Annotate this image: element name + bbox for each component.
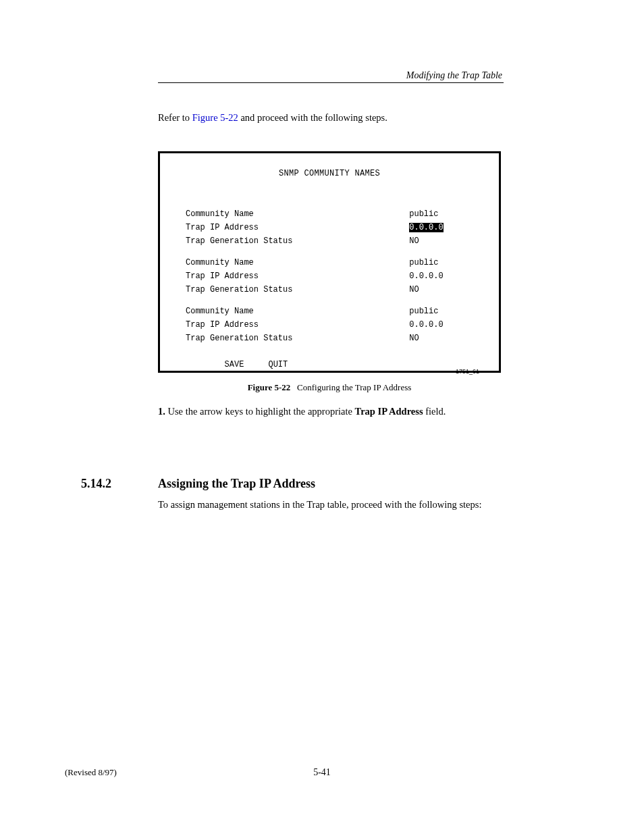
step-text-1: Use the arrow keys to highlight the appr… [165, 406, 355, 417]
header-rule [158, 82, 504, 83]
ref-suffix: and proceed with the following steps. [238, 112, 387, 123]
terminal-row: Trap Generation Status NO [186, 237, 419, 246]
terminal-row: Trap IP Address 0.0.0.0 [186, 272, 444, 281]
terminal-id: 1751_61 [456, 369, 479, 375]
figure-caption: Figure 5-22 Configuring the Trap IP Addr… [158, 382, 501, 393]
running-header: Modifying the Trap Table [406, 70, 502, 81]
revision-note: (Revised 8/97) [65, 767, 117, 778]
terminal-title: SNMP COMMUNITY NAMES [160, 170, 499, 178]
step-bold: Trap IP Address [355, 406, 423, 417]
terminal-screenshot: SNMP COMMUNITY NAMES Community Name publ… [158, 151, 501, 373]
terminal-save-label: SAVE [225, 360, 244, 369]
figure-reference-link[interactable]: Figure 5-22 [192, 112, 238, 123]
terminal-row: Trap Generation Status NO [186, 334, 419, 343]
figure-caption-label: Figure 5-22 [248, 382, 291, 392]
section-intro-paragraph: To assign management stations in the Tra… [158, 498, 504, 512]
step-number: 1. [158, 406, 165, 417]
terminal-quit-label: QUIT [268, 360, 288, 369]
terminal-row: Trap IP Address 0.0.0.0 [186, 321, 444, 330]
ref-prefix: Refer to [158, 112, 192, 123]
terminal-bottom-bar: SAVE QUIT 1751_61 [186, 352, 288, 386]
step-1: 1. Use the arrow keys to highlight the a… [158, 405, 504, 419]
terminal-row: Trap Generation Status NO [186, 286, 419, 294]
terminal-row: Community Name public [186, 259, 438, 267]
figure-reference-paragraph: Refer to Figure 5-22 and proceed with th… [158, 111, 504, 125]
step-text-2: field. [423, 406, 446, 417]
terminal-row: Trap IP Address 0.0.0.0 [186, 224, 444, 232]
terminal-row: Community Name public [186, 307, 438, 316]
figure-caption-text: Configuring the Trap IP Address [297, 382, 411, 392]
section-number: 5.14.2 [81, 477, 111, 491]
section-title: Assigning the Trap IP Address [158, 477, 315, 491]
terminal-row: Community Name public [186, 210, 438, 219]
